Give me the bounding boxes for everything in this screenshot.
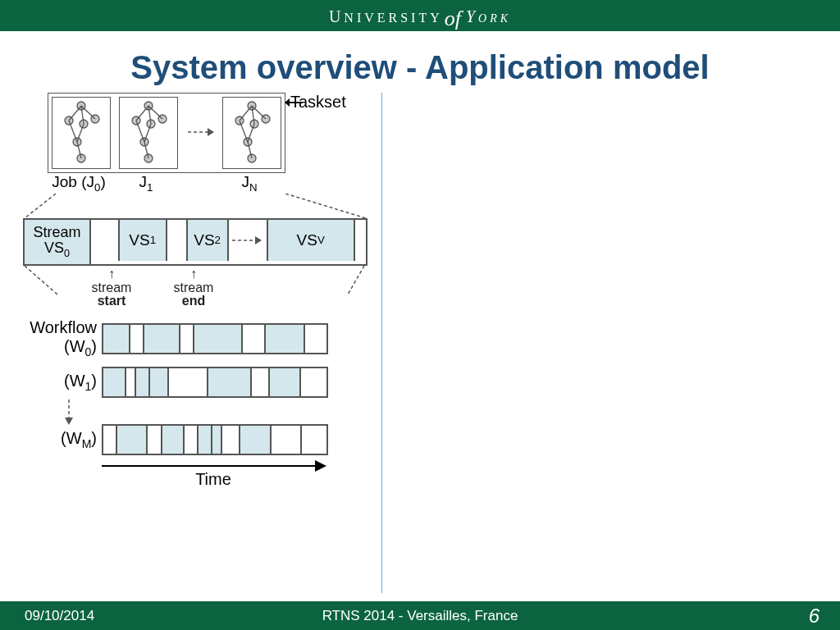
stream-row: Stream VS0 VS1 VS2 VSV — [23, 218, 368, 266]
time-axis-label: Time — [102, 470, 325, 489]
svg-line-41 — [285, 194, 366, 218]
svg-line-35 — [240, 121, 248, 142]
svg-line-21 — [136, 121, 144, 142]
header-bar: UNIVERSITY of York — [0, 0, 840, 31]
workflow-label: (WM) — [23, 429, 97, 450]
taskset-box — [48, 93, 285, 173]
stream-end-annot: ↑streamend — [169, 267, 218, 308]
dag-icon — [223, 98, 281, 168]
ellipsis-arrow-icon — [54, 398, 128, 426]
vs0-label: VS0 — [44, 240, 70, 259]
svg-line-8 — [81, 106, 95, 119]
footer-venue: RTNS 2014 - Versailles, France — [0, 608, 840, 624]
svg-marker-39 — [285, 98, 290, 107]
job-labels-row: Job (J0) J1 JN — [49, 173, 368, 194]
expansion-lines-icon — [23, 194, 368, 220]
ellipsis-arrow-icon — [186, 97, 214, 167]
vertical-divider — [381, 93, 382, 593]
institution-logo: UNIVERSITY of York — [329, 3, 511, 28]
job-box — [52, 97, 111, 169]
svg-line-34 — [252, 106, 266, 119]
svg-line-40 — [25, 194, 56, 218]
workflow-bar — [102, 323, 328, 354]
workflow-row: (WM) — [23, 424, 368, 455]
stream-start-annot: ↑streamstart — [87, 267, 136, 308]
workflow-row: (W1) — [23, 367, 368, 398]
time-axis-arrow — [102, 465, 325, 467]
stream-vs: VSV — [268, 220, 355, 261]
dag-icon — [120, 98, 177, 168]
job-label: Job (J0) — [49, 173, 108, 194]
job-label: JN — [220, 173, 279, 194]
slide-title: System overview - Application model — [0, 49, 840, 86]
stream-gap — [167, 220, 188, 261]
stream-vs0: Stream VS0 — [25, 220, 91, 264]
svg-line-18 — [136, 106, 148, 121]
job-box — [222, 97, 281, 169]
application-model-diagram: Taskset Job (J0) J1 JN Stream VS0 VS1 VS… — [23, 93, 368, 489]
svg-line-32 — [240, 106, 252, 121]
stream-gap — [355, 220, 366, 261]
stream-gap — [91, 220, 120, 261]
ellipsis-arrow-icon — [232, 235, 262, 246]
stream-vs: VS1 — [120, 220, 167, 261]
job-label: J1 — [116, 173, 176, 194]
workflow-label: Workflow(W0) — [23, 318, 97, 358]
stream-label: Stream — [34, 225, 81, 240]
svg-line-20 — [148, 106, 162, 119]
workflow-label: (W1) — [23, 372, 97, 393]
taskset-arrow-icon — [285, 95, 303, 110]
svg-marker-43 — [255, 236, 262, 244]
svg-marker-25 — [208, 128, 214, 136]
footer-bar: RTNS 2014 - Versailles, France 09/10/201… — [0, 601, 840, 630]
workflow-bar — [102, 367, 328, 398]
slide-content: Taskset Job (J0) J1 JN Stream VS0 VS1 VS… — [0, 93, 840, 609]
workflow-bar — [102, 424, 328, 455]
workflow-row: Workflow(W0) — [23, 318, 368, 358]
svg-line-6 — [69, 106, 81, 121]
svg-marker-47 — [65, 418, 73, 425]
stream-vs: VS2 — [188, 220, 229, 261]
svg-line-9 — [69, 121, 77, 142]
job-box — [119, 97, 178, 169]
dag-icon — [52, 98, 110, 168]
